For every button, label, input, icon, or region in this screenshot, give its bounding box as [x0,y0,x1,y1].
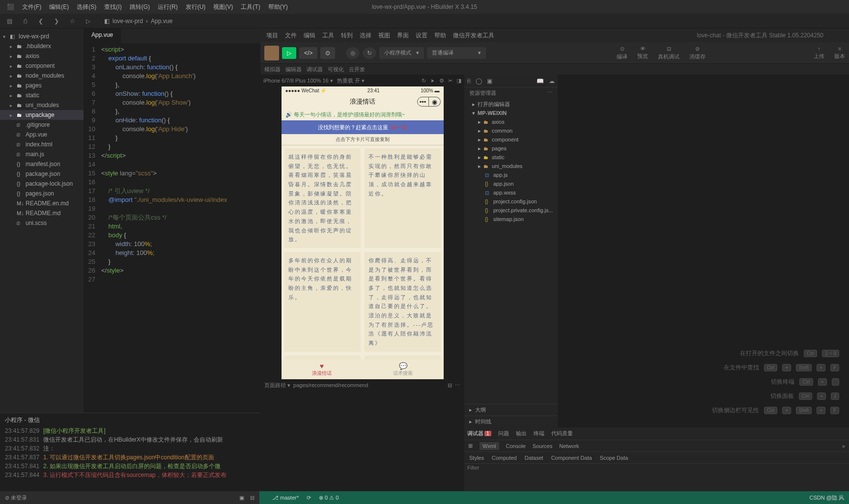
tree-folder[interactable]: ▸🖿pages [0,81,84,90]
exp-folder[interactable]: ▸🖿axios [464,117,558,126]
file-tree[interactable]: ▾◧love-wx-prd ▸🖿.hbuilderx ▸🖿axios ▸🖿com… [0,28,84,413]
quote-card[interactable]: 多年前的你在众人的期盼中来到这个世界，今年的今天你依然是载期盼的主角，亲爱的，快… [284,252,361,352]
tab-output[interactable]: 输出 [516,430,527,437]
panel-icon[interactable]: ▣ [239,495,244,501]
tree-file[interactable]: {}manifest.json [0,159,84,169]
tab-scopedata[interactable]: Scope Data [600,455,628,461]
tab-compdata[interactable]: Component Data [551,455,592,461]
back-icon[interactable]: ❮ [36,17,45,26]
login-status[interactable]: ⊘ 未登录 [5,494,27,502]
timeline-section[interactable]: ▸时间线 [464,416,558,427]
refresh-button[interactable]: ↻ [363,47,376,59]
exp-folder[interactable]: ▸🖿uni_modules [464,162,558,170]
tab-terminal[interactable]: 终端 [534,430,544,437]
cloud-icon[interactable]: ☁ [549,78,555,84]
tree-folder[interactable]: ▸🖿node_modules [0,71,84,81]
compile-button[interactable]: ⊙编译 [617,46,627,60]
tab-search[interactable]: 💬话术搜索 [363,360,444,379]
dock-icon[interactable]: ◨ [456,78,461,84]
tab-styles[interactable]: Styles [469,455,484,461]
tree-folder[interactable]: ▸🖿.hbuilderx [0,41,84,51]
real-debug-button[interactable]: ⊡真机调试 [658,46,679,60]
tree-file[interactable]: {}package.json [0,169,84,179]
tree-folder[interactable]: ▸🖿uni_modules [0,100,84,110]
copy-icon[interactable]: ⎘ [467,78,471,84]
preview-button[interactable]: 👁预览 [637,46,648,60]
reload-icon[interactable]: ↻ [422,78,426,84]
bug-button[interactable]: ⊙ [320,47,335,59]
sync[interactable]: ⟳ [307,495,311,501]
quote-card[interactable]: 在新的一年里，亲爱的自己，从今天起，让自己平平 [365,356,441,360]
tree-file[interactable]: M↓README.en.md [0,198,84,208]
tree-file[interactable]: {}pages.json [0,189,84,198]
scene-icon[interactable]: ⊟ [448,382,452,389]
filter-input[interactable]: Filter [464,464,849,491]
outline-section[interactable]: ▸大纲 [464,404,558,416]
problems[interactable]: ⊗ 0 ⚠ 0 [319,495,339,501]
star-icon[interactable]: ☆ [68,17,77,26]
save-icon[interactable]: ⎙ [21,17,29,26]
capsule-buttons[interactable]: •••◉ [417,97,441,107]
phone-search-bar[interactable]: 没找到想要的？赶紧点击这里换一批 [282,120,444,134]
box-icon[interactable]: ▣ [487,78,492,84]
tab-quality[interactable]: 代码质量 [551,430,573,437]
tree-file[interactable]: {}package-lock.json [0,179,84,189]
mode-select[interactable]: 小程序模式▾ [379,47,424,59]
exp-file[interactable]: {}project.private.config.js... [464,206,558,215]
gear-icon[interactable]: ⚙ [439,78,444,84]
term-icon[interactable]: ⊟ [250,495,255,501]
clear-cache-button[interactable]: ⊘清缓存 [689,46,706,60]
tree-root[interactable]: ▾◧love-wx-prd [0,31,84,41]
tab-sources[interactable]: Sources [533,443,552,449]
quote-card[interactable]: 就这样停留在你的身前俯望，无悲，也无忧。喜看烟雨寒霞，笑落晨昏暮月。深情数去几度… [284,148,361,248]
tree-file[interactable]: ⎚App.vue [0,130,84,140]
tree-folder[interactable]: ▸🖿axios [0,51,84,61]
run-button[interactable]: ▷ [282,47,296,59]
tree-folder[interactable]: ▸🖿component [0,61,84,71]
tree-file[interactable]: ⎚index.html [0,140,84,149]
tab-wxml[interactable]: Wxml [480,442,499,450]
exp-project[interactable]: ▾MP-WEIXIN [464,109,558,117]
circle-button[interactable]: ◎ [346,47,360,59]
tab-issues[interactable]: 问题 [498,430,509,437]
tab-debugger[interactable]: 调试器1 [467,430,491,437]
quote-card[interactable]: 你爬得高、走得远，不是为了被世界看到，而是看到整个世界。看得多了，也就知道怎么选… [365,252,441,352]
tree-file[interactable]: ⎚.gitignore [0,120,84,130]
avatar[interactable] [264,46,279,60]
tab-network[interactable]: Network [559,443,579,449]
tree-file[interactable]: ⎚uni.scss [0,218,84,228]
tab-computed[interactable]: Computed [492,455,517,461]
exp-file[interactable]: ⊡app.wxss [464,188,558,197]
exp-folder[interactable]: ▸🖿pages [464,144,558,153]
exp-file[interactable]: {}project.config.json [464,197,558,206]
new-file-icon[interactable]: ▤ [5,17,14,26]
upload-button[interactable]: ↑上传 [814,46,824,60]
exp-file[interactable]: {}sitemap.json [464,215,558,224]
exp-folder[interactable]: ▸🖿static [464,153,558,162]
code-button[interactable]: </> [299,47,317,59]
code-area[interactable]: 1234567891011121314151617181920212223242… [84,43,260,413]
cut-icon[interactable]: ✂ [448,78,453,84]
inspect-icon[interactable]: ⊞ [468,443,473,449]
exp-file[interactable]: {}app.json [464,179,558,188]
compile-select[interactable]: 普通编译▾ [427,47,486,59]
tree-folder[interactable]: ▸🖿unpackage [0,110,84,120]
more-icon[interactable]: » [842,443,845,449]
exp-folder[interactable]: ▸🖿component [464,135,558,144]
tab-console[interactable]: Console [506,443,526,449]
tab-dataset[interactable]: Dataset [525,455,543,461]
version-button[interactable]: ≡版本 [834,46,845,60]
run-icon[interactable]: ▷ [84,17,92,26]
tree-file[interactable]: ⎚main.js [0,149,84,159]
tree-file[interactable]: M↓README.md [0,208,84,218]
exp-section[interactable]: ▸打开的编辑器 [464,100,558,109]
tab-romance[interactable]: ♥浪漫情话 [282,360,363,379]
mute-icon[interactable]: 🕨 [430,78,435,84]
quote-card[interactable]: 宝贝，爱你的心，从未改变，常常的我会把自己心门关 [284,356,361,360]
tree-folder[interactable]: ▸🖿static [0,90,84,100]
book-icon[interactable]: 📖 [537,78,544,84]
quote-card[interactable]: 不一种胜利是能够必需实现的，然而只有你敢于攀缘你所抉择的山顶，成功就会越来越靠近… [365,148,441,248]
exp-folder[interactable]: ▸🖿common [464,126,558,135]
circle-icon[interactable]: ◯ [476,78,482,84]
editor-tab[interactable]: App.vue [84,28,121,43]
